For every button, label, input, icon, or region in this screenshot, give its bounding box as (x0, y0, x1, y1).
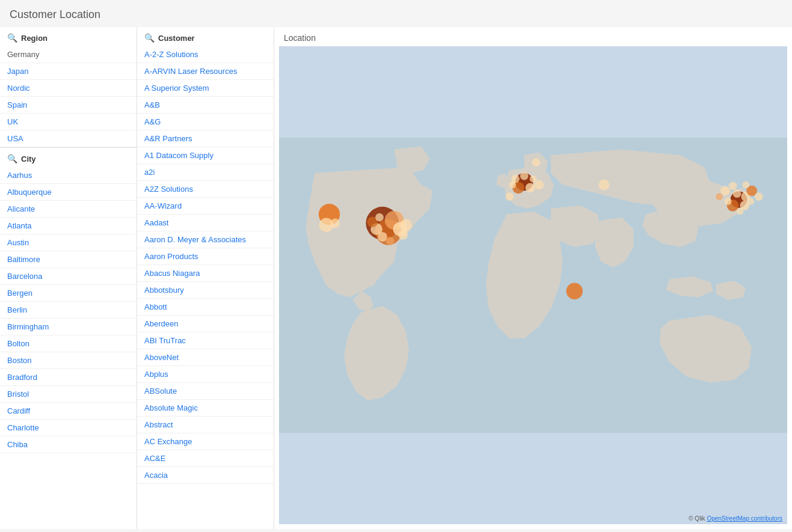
region-header: 🔍 Region (0, 27, 137, 46)
list-item[interactable]: Nordic (0, 80, 137, 97)
list-item[interactable]: Bergen (0, 285, 137, 302)
svg-point-22 (509, 182, 516, 189)
list-item[interactable]: Bradford (0, 369, 137, 386)
list-item[interactable]: Aarhus (0, 167, 137, 184)
customer-search-icon[interactable]: 🔍 (144, 33, 155, 43)
customer-header: 🔍 Customer (137, 27, 274, 46)
map-title: Location (274, 27, 792, 46)
list-item[interactable]: Aaron Products (137, 248, 274, 265)
svg-point-7 (400, 219, 412, 231)
svg-point-30 (737, 208, 744, 215)
attribution-text: © Qlik (689, 515, 705, 522)
svg-point-20 (520, 172, 529, 180)
region-label: Region (21, 34, 48, 43)
list-item[interactable]: Abstract (137, 417, 274, 433)
list-item[interactable]: AC Exchange (137, 433, 274, 450)
map-attribution: © Qlik OpenStreetMap contributors (689, 515, 782, 522)
region-search-icon[interactable]: 🔍 (7, 33, 17, 43)
list-item[interactable]: A-ARVIN Laser Resources (137, 63, 274, 80)
list-item[interactable]: Cardiff (0, 403, 137, 420)
svg-point-8 (398, 230, 408, 240)
svg-point-36 (742, 182, 749, 189)
list-item[interactable]: A1 Datacom Supply (137, 147, 274, 164)
region-section: 🔍 Region Germany Japan Nordic Spain UK U… (0, 27, 137, 148)
svg-point-6 (378, 232, 387, 242)
region-list: Germany Japan Nordic Spain UK USA (0, 46, 137, 147)
list-item[interactable]: Baltimore (0, 251, 137, 268)
list-item[interactable]: Aaron D. Meyer & Associates (137, 231, 274, 248)
list-item[interactable]: Alicante (0, 201, 137, 218)
svg-point-39 (532, 158, 541, 167)
list-item[interactable]: a2i (137, 164, 274, 181)
list-item[interactable]: Aadast (137, 215, 274, 231)
svg-point-29 (747, 198, 754, 205)
svg-point-11 (375, 213, 384, 222)
list-item[interactable]: Aberdeen (137, 316, 274, 332)
city-section: 🔍 City Aarhus Albuquerque Alicante Atlan… (0, 148, 137, 529)
svg-point-28 (725, 198, 732, 205)
list-item[interactable]: Abacus Niagara (137, 265, 274, 282)
list-item[interactable]: Abbotsbury (137, 282, 274, 299)
customer-list: A-2-Z Solutions A-ARVIN Laser Resources … (137, 46, 274, 529)
svg-point-14 (330, 218, 340, 228)
page-title: Customer Location (0, 0, 792, 27)
svg-point-9 (386, 237, 394, 245)
list-item[interactable]: A-2-Z Solutions (137, 46, 274, 63)
list-item[interactable]: A&R Partners (137, 130, 274, 147)
map-container[interactable]: © Qlik OpenStreetMap contributors (279, 46, 787, 524)
list-item[interactable]: ABSolute (137, 383, 274, 400)
list-item[interactable]: Birmingham (0, 319, 137, 335)
left-panel: 🔍 Region Germany Japan Nordic Spain UK U… (0, 27, 137, 529)
map-svg (279, 46, 787, 524)
svg-point-31 (720, 186, 730, 195)
list-item[interactable]: Albuquerque (0, 184, 137, 201)
list-item[interactable]: Boston (0, 352, 137, 369)
svg-point-33 (716, 193, 723, 200)
list-item[interactable]: A2Z Solutions (137, 181, 274, 198)
list-item[interactable]: Acacia (137, 467, 274, 484)
svg-point-26 (733, 189, 741, 198)
svg-point-35 (755, 192, 763, 201)
svg-point-38 (599, 180, 610, 191)
svg-point-32 (729, 182, 737, 191)
customer-label: Customer (158, 34, 195, 43)
list-item[interactable]: UK (0, 114, 137, 130)
list-item[interactable]: Atlanta (0, 218, 137, 234)
svg-point-40 (505, 192, 514, 201)
list-item[interactable]: Abbott (137, 299, 274, 316)
list-item[interactable]: A&B (137, 97, 274, 114)
city-search-icon[interactable]: 🔍 (7, 154, 17, 164)
city-header: 🔍 City (0, 148, 137, 167)
city-label: City (21, 154, 36, 164)
list-item[interactable]: Spain (0, 97, 137, 114)
list-item[interactable]: Austin (0, 234, 137, 251)
list-item[interactable]: Japan (0, 63, 137, 80)
list-item[interactable]: Chiba (0, 436, 137, 453)
list-item[interactable]: Berlin (0, 302, 137, 319)
list-item[interactable]: A Superior System (137, 80, 274, 97)
svg-point-37 (566, 283, 583, 300)
list-item[interactable]: ABI TruTrac (137, 332, 274, 349)
list-item[interactable]: USA (0, 130, 137, 147)
svg-point-21 (534, 180, 544, 190)
list-item[interactable]: Charlotte (0, 420, 137, 436)
list-item[interactable]: Absolute Magic (137, 400, 274, 417)
list-item[interactable]: AA-Wizard (137, 198, 274, 215)
list-item[interactable]: Bolton (0, 335, 137, 352)
list-item[interactable]: Germany (0, 46, 137, 63)
middle-panel: 🔍 Customer A-2-Z Solutions A-ARVIN Laser… (137, 27, 274, 529)
right-panel: Location (274, 27, 792, 529)
city-list: Aarhus Albuquerque Alicante Atlanta Aust… (0, 167, 137, 529)
svg-point-17 (526, 183, 535, 193)
list-item[interactable]: AboveNet (137, 349, 274, 366)
list-item[interactable]: A&G (137, 114, 274, 130)
list-item[interactable]: Barcelona (0, 268, 137, 285)
list-item[interactable]: Bristol (0, 386, 137, 403)
attribution-link[interactable]: OpenStreetMap contributors (707, 515, 782, 522)
list-item[interactable]: AC&E (137, 450, 274, 467)
svg-point-19 (530, 176, 537, 183)
list-item[interactable]: Abplus (137, 366, 274, 383)
